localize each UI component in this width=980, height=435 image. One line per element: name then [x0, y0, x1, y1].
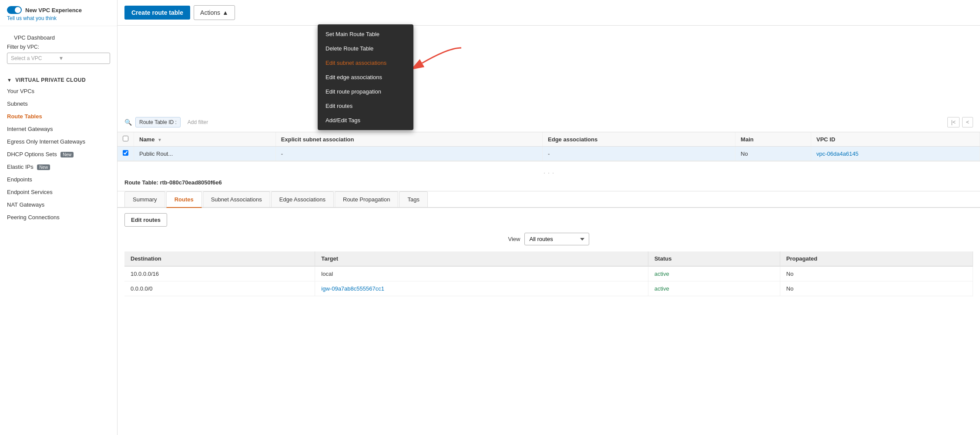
- view-select[interactable]: All routes Custom routes Propagated rout…: [524, 233, 589, 245]
- tab-routes[interactable]: Routes: [166, 191, 202, 208]
- route-row-2: 0.0.0.0/0 igw-09a7ab8c555567cc1 active N…: [124, 281, 973, 296]
- route-propagated-2: No: [780, 281, 973, 296]
- table-header-name: Name ▼: [134, 132, 276, 147]
- tab-route-propagation[interactable]: Route Propagation: [335, 191, 398, 208]
- tabs-bar: Summary Routes Subnet Associations Edge …: [117, 191, 980, 208]
- main-content: Create route table Actions ▲ Set Main Ro…: [117, 0, 980, 435]
- route-tables-table: Name ▼ Explicit subnet association Edge …: [117, 132, 980, 161]
- tab-tags[interactable]: Tags: [399, 191, 427, 208]
- collapse-arrow-icon: ▼: [7, 77, 12, 83]
- row-main: No: [735, 147, 811, 161]
- actions-chevron-icon: ▲: [222, 9, 228, 16]
- route-status-1: active: [648, 266, 780, 281]
- menu-item-delete[interactable]: Delete Route Table: [318, 41, 413, 56]
- route-destination-1: 10.0.0.0/16: [124, 266, 315, 281]
- actions-dropdown-menu: Set Main Route Table Delete Route Table …: [318, 24, 413, 130]
- vpc-experience-toggle[interactable]: New VPC Experience: [7, 6, 110, 14]
- sidebar-item-endpoint-services[interactable]: Endpoint Services: [0, 186, 117, 198]
- route-status-badge-1: active: [654, 271, 669, 277]
- row-checkbox-cell: [117, 147, 134, 161]
- routes-header-target: Target: [315, 251, 648, 266]
- sidebar-item-egress-only[interactable]: Egress Only Internet Gateways: [0, 135, 117, 148]
- filter-nav-first[interactable]: |<: [947, 117, 960, 127]
- table-header-checkbox: [117, 132, 134, 147]
- name-sort-icon: ▼: [158, 137, 162, 142]
- routes-header-status: Status: [648, 251, 780, 266]
- row-name: Public Rout...: [134, 147, 276, 161]
- table-header-edge-associations: Edge associations: [543, 132, 735, 147]
- routes-section: Edit routes View All routes Custom route…: [117, 208, 980, 435]
- red-arrow-indicator: [413, 44, 466, 71]
- detail-dots: · · ·: [124, 167, 973, 179]
- select-all-checkbox[interactable]: [123, 136, 128, 141]
- toolbar: Create route table Actions ▲: [117, 0, 980, 26]
- table-header-main: Main: [735, 132, 811, 147]
- tab-edge-associations[interactable]: Edge Associations: [271, 191, 334, 208]
- route-target-2: igw-09a7ab8c555567cc1: [315, 281, 648, 296]
- actions-button[interactable]: Actions ▲: [194, 5, 235, 20]
- menu-item-add-tags[interactable]: Add/Edit Tags: [318, 113, 413, 127]
- sidebar-item-endpoints[interactable]: Endpoints: [0, 173, 117, 186]
- detail-section: · · · Route Table: rtb-080c70ead8050f6e6: [117, 161, 980, 191]
- table-row[interactable]: Public Rout... - - No vpc-06da4a6145: [117, 147, 980, 161]
- filter-nav: |< <: [947, 117, 973, 127]
- sidebar-header: New VPC Experience Tell us what you thin…: [0, 0, 117, 26]
- sidebar-item-your-vpcs[interactable]: Your VPCs: [0, 85, 117, 97]
- view-label: View: [508, 236, 520, 242]
- dhcp-new-badge: New: [60, 152, 74, 157]
- filter-tag-route-table-id[interactable]: Route Table ID :: [135, 117, 181, 127]
- route-table-detail-label: Route Table: rtb-080c70ead8050f6e6: [124, 179, 973, 186]
- route-status-badge-2: active: [654, 285, 669, 292]
- sidebar-item-peering-connections[interactable]: Peering Connections: [0, 211, 117, 224]
- table-header-explicit-subnet: Explicit subnet association: [275, 132, 542, 147]
- vpc-experience-label: New VPC Experience: [25, 7, 82, 13]
- filter-add-placeholder[interactable]: Add filter: [184, 117, 211, 127]
- row-checkbox[interactable]: [123, 150, 128, 156]
- toggle-switch[interactable]: [7, 6, 22, 14]
- tab-subnet-associations[interactable]: Subnet Associations: [203, 191, 270, 208]
- sidebar-item-elastic-ips[interactable]: Elastic IPs New: [0, 161, 117, 173]
- row-edge-associations: -: [543, 147, 735, 161]
- elastic-ips-new-badge: New: [37, 164, 50, 170]
- create-route-table-button[interactable]: Create route table: [124, 6, 190, 20]
- routes-table: Destination Target Status Propagated 10.…: [124, 251, 973, 296]
- sidebar-item-route-tables[interactable]: Route Tables: [0, 110, 117, 123]
- menu-item-edit-routes[interactable]: Edit routes: [318, 99, 413, 113]
- vpc-filter-label: Filter by VPC:: [7, 44, 110, 50]
- menu-item-set-main[interactable]: Set Main Route Table: [318, 27, 413, 41]
- vpc-select-placeholder: Select a VPC: [11, 55, 59, 61]
- tell-us-link[interactable]: Tell us what you think: [7, 15, 57, 21]
- sidebar-nav: ▼ VIRTUAL PRIVATE CLOUD Your VPCs Subnet…: [0, 69, 117, 227]
- view-row: View All routes Custom routes Propagated…: [124, 233, 973, 245]
- menu-item-edit-propagation[interactable]: Edit route propagation: [318, 84, 413, 99]
- route-target-link-2[interactable]: igw-09a7ab8c555567cc1: [321, 285, 384, 292]
- tab-summary[interactable]: Summary: [124, 191, 165, 208]
- table-header-vpc-id: VPC ID: [811, 132, 980, 147]
- route-row-1: 10.0.0.0/16 local active No: [124, 266, 973, 281]
- filter-nav-prev[interactable]: <: [962, 117, 973, 127]
- vpc-id-link[interactable]: vpc-06da4a6145: [816, 151, 859, 157]
- row-explicit-subnet: -: [275, 147, 542, 161]
- sidebar-item-dhcp[interactable]: DHCP Options Sets New: [0, 148, 117, 161]
- search-icon: 🔍: [124, 119, 132, 126]
- sidebar-section-title: ▼ VIRTUAL PRIVATE CLOUD: [0, 73, 117, 85]
- vpc-select-arrow: ▼: [59, 55, 107, 61]
- sidebar-item-nat-gateways[interactable]: NAT Gateways: [0, 198, 117, 211]
- vpc-select[interactable]: Select a VPC ▼: [7, 53, 110, 64]
- sidebar-item-internet-gateways[interactable]: Internet Gateways: [0, 123, 117, 135]
- sidebar: New VPC Experience Tell us what you thin…: [0, 0, 117, 435]
- sidebar-dashboard-section: VPC Dashboard Filter by VPC: Select a VP…: [0, 26, 117, 69]
- filter-bar: 🔍 Route Table ID : Add filter |< <: [117, 113, 980, 132]
- route-target-1: local: [315, 266, 648, 281]
- route-destination-2: 0.0.0.0/0: [124, 281, 315, 296]
- menu-item-edit-subnet[interactable]: Edit subnet associations: [318, 56, 413, 70]
- sidebar-item-dashboard[interactable]: VPC Dashboard: [7, 31, 110, 44]
- routes-header-destination: Destination: [124, 251, 315, 266]
- edit-routes-button[interactable]: Edit routes: [124, 213, 167, 227]
- row-vpc-id: vpc-06da4a6145: [811, 147, 980, 161]
- route-propagated-1: No: [780, 266, 973, 281]
- route-status-2: active: [648, 281, 780, 296]
- routes-header-propagated: Propagated: [780, 251, 973, 266]
- menu-item-edit-edge[interactable]: Edit edge associations: [318, 70, 413, 84]
- sidebar-item-subnets[interactable]: Subnets: [0, 97, 117, 110]
